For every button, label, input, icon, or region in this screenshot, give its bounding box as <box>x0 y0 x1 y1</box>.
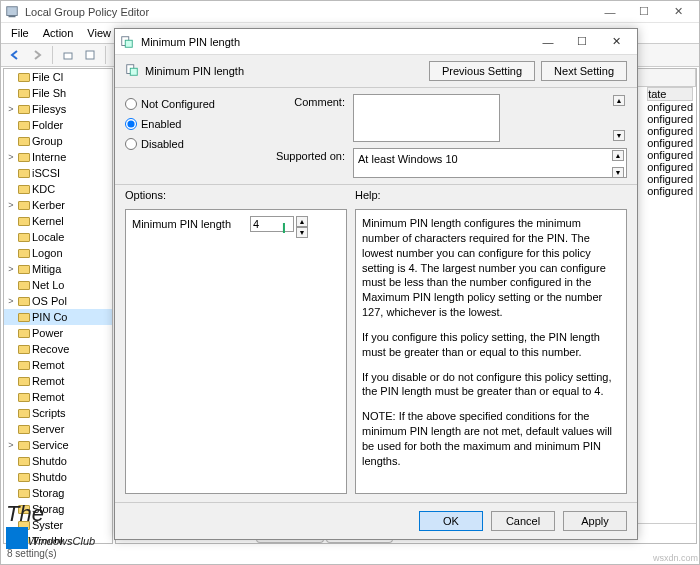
tree-item[interactable]: >Kerber <box>4 197 112 213</box>
options-label: Options: <box>125 189 355 201</box>
radio-enabled[interactable]: Enabled <box>125 118 245 130</box>
help-paragraph: Minimum PIN length configures the minimu… <box>362 216 620 320</box>
folder-icon <box>18 185 30 194</box>
status-bar: 8 setting(s) <box>3 546 697 564</box>
folder-icon <box>18 425 30 434</box>
supported-scroll-down[interactable]: ▼ <box>612 167 624 178</box>
folder-icon <box>18 329 30 338</box>
toolbar-up-button[interactable] <box>58 45 78 65</box>
folder-icon <box>18 409 30 418</box>
folder-icon <box>18 473 30 482</box>
folder-icon <box>18 89 30 98</box>
menu-view[interactable]: View <box>81 25 117 41</box>
supported-on-value: At least Windows 10 <box>358 153 458 165</box>
dialog-maximize-button[interactable]: ☐ <box>565 30 599 54</box>
tree-item[interactable]: >Troubl <box>4 533 112 544</box>
tree-item[interactable]: Shutdo <box>4 453 112 469</box>
folder-icon <box>18 121 30 130</box>
folder-icon <box>18 345 30 354</box>
tree-item[interactable]: >Filesys <box>4 101 112 117</box>
main-close-button[interactable]: ✕ <box>661 1 695 23</box>
tree-pane[interactable]: File ClFile Sh>FilesysFolderGroup>Intern… <box>3 68 113 544</box>
dialog-title: Minimum PIN length <box>141 36 240 48</box>
previous-setting-button[interactable]: Previous Setting <box>429 61 535 81</box>
toolbar-forward-button[interactable] <box>27 45 47 65</box>
main-title-bar: Local Group Policy Editor — ☐ ✕ <box>1 1 699 23</box>
radio-not-configured[interactable]: Not Configured <box>125 98 245 110</box>
comment-scroll-up[interactable]: ▲ <box>613 95 625 106</box>
cancel-button[interactable]: Cancel <box>491 511 555 531</box>
tree-item[interactable]: >Service <box>4 437 112 453</box>
tree-item[interactable]: Server <box>4 421 112 437</box>
help-paragraph: If you configure this policy setting, th… <box>362 330 620 360</box>
menu-file[interactable]: File <box>5 25 35 41</box>
folder-icon <box>18 217 30 226</box>
spin-down[interactable]: ▼ <box>296 227 308 238</box>
svg-rect-0 <box>7 6 18 15</box>
tree-item[interactable]: Locale <box>4 229 112 245</box>
option-pin-length-label: Minimum PIN length <box>132 218 244 230</box>
folder-icon <box>18 297 30 306</box>
help-label: Help: <box>355 189 381 201</box>
main-window-title: Local Group Policy Editor <box>25 6 149 18</box>
folder-icon <box>18 313 30 322</box>
tree-item[interactable]: Net Lo <box>4 277 112 293</box>
folder-icon <box>18 505 30 514</box>
folder-icon <box>18 489 30 498</box>
tree-item[interactable]: >OS Pol <box>4 293 112 309</box>
corner-credit: wsxdn.com <box>653 553 698 563</box>
policy-icon-small <box>125 63 139 79</box>
tree-item[interactable]: File Sh <box>4 85 112 101</box>
main-minimize-button[interactable]: — <box>593 1 627 23</box>
tree-item[interactable]: >Interne <box>4 149 112 165</box>
tree-item[interactable]: Folder <box>4 117 112 133</box>
tree-item[interactable]: Remot <box>4 373 112 389</box>
tree-item[interactable]: Remot <box>4 357 112 373</box>
comment-scroll-down[interactable]: ▼ <box>613 130 625 141</box>
tree-item[interactable]: PIN Co <box>4 309 112 325</box>
tree-item[interactable]: Kernel <box>4 213 112 229</box>
tree-item[interactable]: Group <box>4 133 112 149</box>
tree-item[interactable]: >Mitiga <box>4 261 112 277</box>
menu-action[interactable]: Action <box>37 25 80 41</box>
tree-item[interactable]: KDC <box>4 181 112 197</box>
toolbar-back-button[interactable] <box>5 45 25 65</box>
folder-icon <box>18 233 30 242</box>
tree-item[interactable]: File Cl <box>4 69 112 85</box>
dialog-minimize-button[interactable]: — <box>531 30 565 54</box>
supported-scroll-up[interactable]: ▲ <box>612 150 624 161</box>
next-setting-button[interactable]: Next Setting <box>541 61 627 81</box>
comment-textarea[interactable] <box>353 94 500 142</box>
tree-item[interactable]: Shutdo <box>4 469 112 485</box>
tree-item[interactable]: Recove <box>4 341 112 357</box>
option-pin-length-input[interactable] <box>250 216 294 232</box>
svg-rect-3 <box>86 51 94 59</box>
svg-rect-6 <box>125 40 132 47</box>
tree-item[interactable]: Storag <box>4 485 112 501</box>
radio-disabled[interactable]: Disabled <box>125 138 245 150</box>
dialog-close-button[interactable]: ✕ <box>599 30 633 54</box>
options-panel: Minimum PIN length ▲▼ I <box>125 209 347 494</box>
tree-item[interactable]: Power <box>4 325 112 341</box>
folder-icon <box>18 249 30 258</box>
svg-rect-8 <box>130 68 137 75</box>
ok-button[interactable]: OK <box>419 511 483 531</box>
main-maximize-button[interactable]: ☐ <box>627 1 661 23</box>
toolbar-show-button[interactable] <box>80 45 100 65</box>
comment-label: Comment: <box>265 94 345 108</box>
tree-item[interactable]: iSCSI <box>4 165 112 181</box>
help-panel[interactable]: Minimum PIN length configures the minimu… <box>355 209 627 494</box>
tree-item[interactable]: Scripts <box>4 405 112 421</box>
folder-icon <box>18 137 30 146</box>
dialog-subtitle: Minimum PIN length <box>145 65 244 77</box>
tree-item[interactable]: Syster <box>4 517 112 533</box>
tree-item[interactable]: Storag <box>4 501 112 517</box>
spin-up[interactable]: ▲ <box>296 216 308 227</box>
policy-icon <box>119 34 135 50</box>
folder-icon <box>18 153 30 162</box>
apply-button[interactable]: Apply <box>563 511 627 531</box>
folder-icon <box>18 521 30 530</box>
folder-icon <box>18 73 30 82</box>
tree-item[interactable]: Logon <box>4 245 112 261</box>
tree-item[interactable]: Remot <box>4 389 112 405</box>
